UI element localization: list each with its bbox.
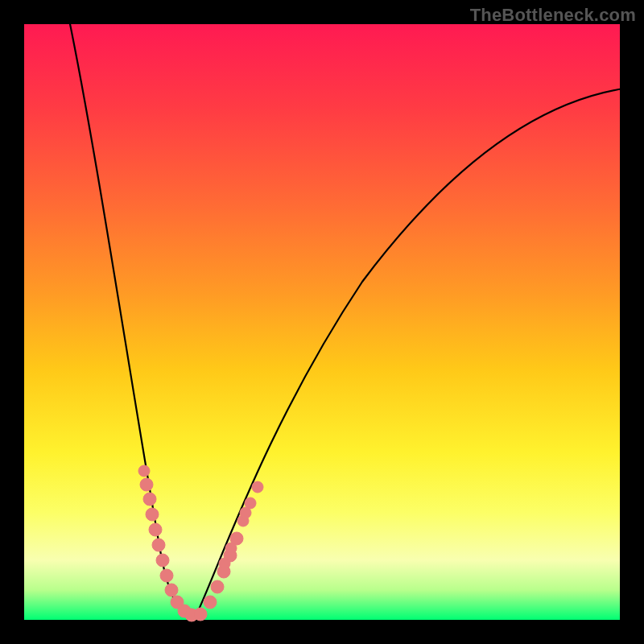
svg-point-1 bbox=[140, 478, 153, 491]
svg-point-12 bbox=[194, 608, 207, 621]
chart-frame: TheBottleneck.com bbox=[0, 0, 644, 644]
curve-layer bbox=[24, 24, 620, 620]
svg-point-0 bbox=[138, 465, 150, 477]
svg-point-13 bbox=[204, 596, 217, 609]
watermark-text: TheBottleneck.com bbox=[470, 5, 636, 26]
svg-point-5 bbox=[152, 539, 165, 551]
curve-right bbox=[195, 89, 624, 618]
svg-point-4 bbox=[149, 523, 162, 536]
svg-point-22 bbox=[240, 507, 251, 518]
svg-point-6 bbox=[156, 554, 169, 567]
svg-point-7 bbox=[160, 569, 173, 582]
svg-point-8 bbox=[165, 584, 178, 597]
svg-point-23 bbox=[252, 481, 263, 493]
svg-point-19 bbox=[225, 543, 237, 554]
svg-point-2 bbox=[143, 493, 156, 506]
markers-left bbox=[138, 465, 207, 621]
markers-right bbox=[204, 481, 263, 609]
curve-left bbox=[68, 16, 189, 618]
svg-point-3 bbox=[146, 508, 159, 521]
svg-point-14 bbox=[211, 580, 224, 593]
svg-point-20 bbox=[219, 558, 230, 569]
plot-area bbox=[24, 24, 620, 620]
